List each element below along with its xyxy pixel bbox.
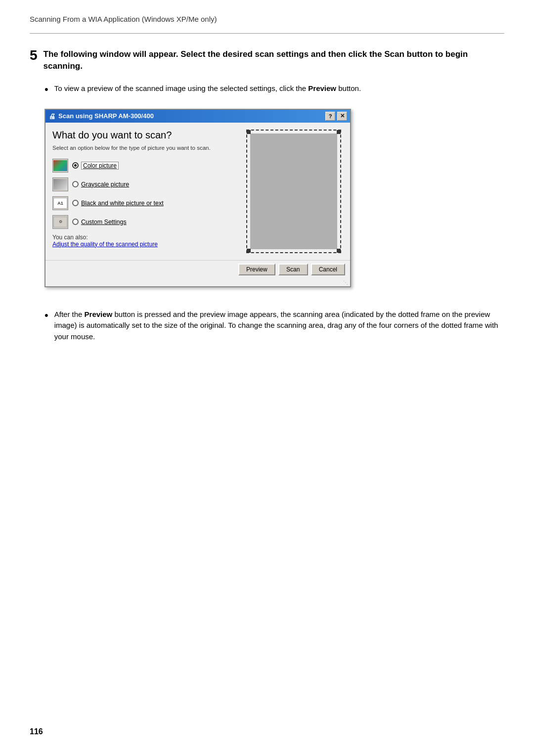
gray-icon-graphic: [53, 179, 67, 190]
wia-dialog-title: Scan using SHARP AM-300/400: [58, 112, 154, 120]
bullet-2: • After the Preview button is pressed an…: [44, 309, 504, 343]
scan-button[interactable]: Scan: [278, 264, 308, 275]
scan-option-bw[interactable]: A1 Black and white picture or text: [52, 196, 237, 210]
grip-dots-icon: ⋱: [343, 280, 348, 285]
color-radio-group[interactable]: Color picture: [72, 162, 119, 170]
bullet-1: • To view a preview of the scanned image…: [44, 83, 504, 95]
corner-handle-bl[interactable]: [247, 249, 251, 253]
you-can-also-label: You can also:: [52, 234, 237, 241]
wia-dialog-footer: Preview Scan Cancel: [45, 260, 350, 279]
bw-icon-graphic: A1: [53, 198, 67, 209]
corner-handle-tl[interactable]: [247, 130, 251, 134]
adjust-quality-link[interactable]: Adjust the quality of the scanned pictur…: [52, 241, 158, 248]
color-label: Color picture: [81, 162, 119, 170]
step-heading: 5 The following window will appear. Sele…: [30, 48, 504, 72]
help-button[interactable]: ?: [325, 112, 335, 121]
corner-handle-br[interactable]: [337, 249, 341, 253]
grayscale-radio[interactable]: [72, 181, 79, 187]
wia-titlebar-left: 🖨 Scan using SHARP AM-300/400: [48, 112, 154, 120]
preview-bold-2: Preview: [85, 310, 113, 318]
custom-radio-group[interactable]: Custom Settings: [72, 219, 127, 225]
wia-titlebar: 🖨 Scan using SHARP AM-300/400 ? ✕: [45, 110, 350, 123]
wia-dialog-window: 🖨 Scan using SHARP AM-300/400 ? ✕ What d…: [44, 109, 351, 287]
step-block: 5 The following window will appear. Sele…: [30, 48, 504, 342]
you-can-also-section: You can also: Adjust the quality of the …: [52, 234, 237, 248]
color-picture-icon: [52, 159, 68, 173]
step-heading-text: The following window will appear. Select…: [44, 48, 504, 72]
wia-main-title: What do you want to scan?: [52, 130, 237, 141]
bullet-text-2: After the Preview button is pressed and …: [54, 309, 504, 343]
page-number: 116: [30, 727, 43, 736]
wia-subtitle: Select an option below for the type of p…: [52, 144, 237, 152]
resize-grip[interactable]: ⋱: [45, 279, 350, 286]
bw-radio-group[interactable]: Black and white picture or text: [72, 200, 164, 207]
wia-dialog-content: What do you want to scan? Select an opti…: [45, 123, 350, 260]
dotted-frame: [246, 130, 341, 253]
close-button[interactable]: ✕: [337, 112, 347, 121]
grayscale-picture-icon: [52, 178, 68, 191]
scan-option-grayscale[interactable]: Grayscale picture: [52, 178, 237, 191]
preview-area: [246, 130, 341, 253]
grayscale-label: Grayscale picture: [81, 181, 129, 188]
wia-right-panel: [244, 130, 343, 253]
custom-radio[interactable]: [72, 219, 79, 225]
wia-left-panel: What do you want to scan? Select an opti…: [52, 130, 237, 253]
scanner-icon: 🖨: [48, 112, 55, 120]
color-radio[interactable]: [72, 162, 79, 169]
section-divider: [30, 33, 504, 34]
preview-bold-1: Preview: [308, 84, 336, 92]
bullet-dot-2: •: [44, 310, 48, 321]
custom-icon-graphic: ⚙: [53, 217, 67, 227]
color-icon-graphic: [53, 160, 67, 171]
bw-label: Black and white picture or text: [81, 200, 164, 207]
page-header: Scanning From a WIA Application (Windows…: [30, 15, 504, 23]
scan-option-custom[interactable]: ⚙ Custom Settings: [52, 215, 237, 229]
wia-titlebar-controls: ? ✕: [325, 112, 347, 121]
scan-option-color[interactable]: Color picture: [52, 159, 237, 173]
custom-settings-icon: ⚙: [52, 215, 68, 229]
bw-picture-icon: A1: [52, 196, 68, 210]
custom-label: Custom Settings: [81, 219, 127, 225]
step-number: 5: [30, 48, 38, 62]
bw-radio[interactable]: [72, 200, 79, 206]
bullet-dot-1: •: [44, 84, 48, 95]
grayscale-radio-group[interactable]: Grayscale picture: [72, 181, 129, 188]
preview-button[interactable]: Preview: [238, 264, 275, 275]
bullet-text-1: To view a preview of the scanned image u…: [54, 83, 504, 94]
corner-handle-tr[interactable]: [337, 130, 341, 134]
cancel-button[interactable]: Cancel: [311, 264, 345, 275]
